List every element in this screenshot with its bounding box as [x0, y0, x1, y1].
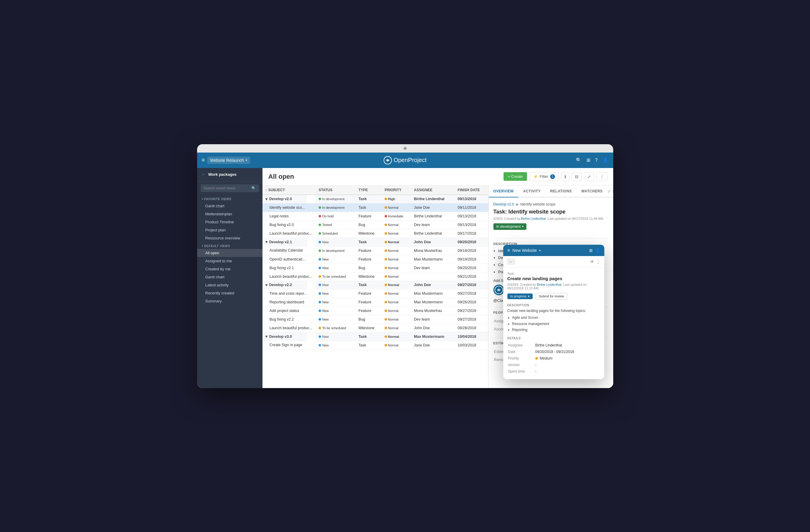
row-priority: Normal: [382, 246, 411, 255]
row-priority-dot: [385, 327, 387, 329]
row-priority-badge: Normal: [385, 318, 398, 321]
row-priority: Normal: [382, 255, 411, 263]
status-pill[interactable]: In development ▾: [493, 223, 526, 230]
table-row[interactable]: Availability Calendar In development Fea…: [262, 246, 488, 255]
sidebar-item-summary[interactable]: Summary: [197, 297, 262, 305]
sidebar-item-latest-activity[interactable]: Latest activity: [197, 281, 262, 289]
expand-icon[interactable]: ⤢: [607, 189, 611, 194]
breadcrumb: Develop v2.0 ▶ Identify website scope: [493, 202, 609, 206]
sidebar-section-title: Work packages: [208, 172, 237, 177]
sidebar-item-created-by-me[interactable]: Created by me: [197, 265, 262, 273]
col-finish-date: FINISH DATE: [454, 186, 488, 195]
fc-dropdown-arrow[interactable]: ▾: [539, 249, 541, 252]
group-subject: ▾ Develop v2.1: [262, 238, 307, 246]
table-row[interactable]: Bug fixing v2.2 New Bug Normal Dev team …: [262, 315, 488, 324]
sidebar-item-assigned-to-me[interactable]: Assigned to me: [197, 257, 262, 265]
table-group-row[interactable]: ▾ Develop v2.2 New Task Normal John Doe …: [262, 281, 488, 289]
info-button[interactable]: ℹ: [561, 172, 569, 181]
group-priority-badge: High: [385, 197, 395, 201]
table-row[interactable]: Identify website sco... In development T…: [262, 204, 488, 212]
more-button[interactable]: ⋮: [597, 172, 607, 181]
search-box[interactable]: 🔍: [201, 184, 259, 192]
fc-grid-icon[interactable]: ⊞: [589, 248, 593, 253]
table-row[interactable]: Legal notes On hold Feature Immediate Bi…: [262, 212, 488, 221]
create-button[interactable]: + Create: [504, 172, 527, 181]
nav-right: 🔍 ⊞ ? 👤: [576, 157, 609, 163]
favicon-logo-svg: [495, 286, 503, 294]
fullscreen-button[interactable]: ⤢: [584, 172, 594, 181]
fc-submit-button[interactable]: Submit for review: [536, 293, 567, 300]
project-selector[interactable]: Website Relaunch ▾: [207, 157, 250, 164]
table-row[interactable]: Create Sign in page New Task Normal Jane…: [262, 341, 488, 350]
group-collapse-icon[interactable]: ▾: [265, 240, 268, 244]
help-icon[interactable]: ?: [595, 158, 598, 163]
fc-user-icon[interactable]: 👤: [595, 248, 600, 253]
hamburger-icon[interactable]: ≡: [202, 157, 205, 163]
table-row[interactable]: Bug fixing v2.0 Tested Bug Normal Dev te…: [262, 221, 488, 229]
table-row[interactable]: OpenID authenticati... New Feature Norma…: [262, 255, 488, 263]
sidebar-item-product-timeline[interactable]: Product Timeline: [197, 218, 262, 226]
row-priority: Immediate: [382, 212, 411, 221]
tab-activity[interactable]: ACTIVITY: [518, 186, 546, 197]
table-row[interactable]: Add project status New Feature Normal Mo…: [262, 307, 488, 315]
sidebar-item-gantt-chart-default[interactable]: Gantt chart: [197, 273, 262, 281]
sidebar-item-recently-created[interactable]: Recently created: [197, 289, 262, 297]
row-priority: Normal: [382, 272, 411, 281]
row-status: New: [316, 298, 356, 307]
user-icon[interactable]: 👤: [602, 157, 609, 163]
group-name: Develop v3.0: [269, 335, 292, 339]
sidebar-item-meilensteinplan[interactable]: Meilensteinplan: [197, 210, 262, 218]
table-row[interactable]: Time and costs repor... New Feature Norm…: [262, 289, 488, 298]
row-type: Milestone: [356, 229, 382, 238]
fc-status-pill[interactable]: In progress ▾: [507, 293, 533, 299]
table-group-row[interactable]: ▾ Develop v3.0 New Task Normal Max Muste…: [262, 333, 488, 341]
fc-hamburger-icon[interactable]: ≡: [507, 248, 510, 253]
sidebar-back-arrow[interactable]: ←: [202, 172, 206, 177]
close-icon[interactable]: ✕: [612, 188, 613, 194]
sidebar-item-all-open[interactable]: All open: [197, 249, 262, 257]
group-collapse-icon[interactable]: ▾: [265, 334, 268, 339]
sidebar-item-ressource-overview[interactable]: Ressource overview: [197, 234, 262, 242]
sidebar-item-gantt-chart[interactable]: Gantt chart: [197, 202, 262, 210]
table-row[interactable]: Bug fixing v2.1 New Bug Normal Dev team …: [262, 263, 488, 272]
row-status-badge: In development: [319, 249, 344, 253]
filter-button[interactable]: ⚡ Filter 1: [530, 172, 559, 181]
fc-description-list: Agile and Scrum Resource management Repo…: [507, 315, 600, 333]
row-status-badge: New: [319, 292, 329, 295]
group-status-badge: New: [319, 335, 329, 338]
table-group-row[interactable]: ▾ Develop v2.0 In development Task High …: [262, 195, 488, 204]
tab-relations[interactable]: RELATIONS: [546, 186, 577, 197]
group-priority: Normal: [382, 238, 411, 246]
row-subject: Identify website sco...: [262, 204, 316, 212]
row-subject: Reporting dashboard: [262, 298, 316, 307]
search-icon-sm: 🔍: [252, 186, 256, 190]
fc-eye-icon[interactable]: 👁: [590, 259, 594, 264]
tab-overview[interactable]: OVERVIEW: [489, 186, 518, 197]
browser-frame: ≡ Website Relaunch ▾ OpenProject 🔍 ⊞ ? 👤: [197, 144, 613, 388]
search-icon[interactable]: 🔍: [576, 157, 582, 163]
row-type: Milestone: [356, 272, 382, 281]
table-group-row[interactable]: ▾ Develop v2.1 New Task Normal John Doe …: [262, 238, 488, 246]
row-type: Feature: [356, 307, 382, 315]
search-input[interactable]: [204, 186, 250, 190]
floating-card-header: ≡ New Website ▾ ⊞ 👤: [503, 245, 604, 256]
fc-back-button[interactable]: ←: [507, 258, 515, 265]
fc-created-by[interactable]: Birthe Lindenthal: [537, 283, 562, 286]
table-row[interactable]: Launch beautiful produc... Scheduled Mil…: [262, 229, 488, 238]
group-date: 09/27/2018: [454, 281, 488, 289]
columns-button[interactable]: ⊟: [572, 172, 582, 181]
table-row[interactable]: Launch beautiful produc... To be schedul…: [262, 324, 488, 333]
row-priority-dot: [385, 275, 387, 278]
group-collapse-icon[interactable]: ▾: [265, 283, 268, 287]
sidebar-item-project-plan[interactable]: Project plan: [197, 226, 262, 234]
row-status-badge: New: [319, 318, 329, 321]
fc-more-icon[interactable]: ⋮: [596, 259, 601, 265]
task-created-by[interactable]: Birthe Lindenthal: [521, 217, 546, 220]
table-row[interactable]: Launch beautiful produc... To be schedul…: [262, 272, 488, 281]
group-collapse-icon[interactable]: ▾: [265, 197, 268, 201]
tab-watchers[interactable]: WATCHERS: [577, 186, 608, 197]
fc-status-row: In progress ▾ Submit for review: [507, 293, 600, 300]
breadcrumb-parent[interactable]: Develop v2.0: [493, 202, 514, 206]
table-row[interactable]: Reporting dashboard New Feature Normal M…: [262, 298, 488, 307]
grid-icon[interactable]: ⊞: [586, 157, 590, 163]
